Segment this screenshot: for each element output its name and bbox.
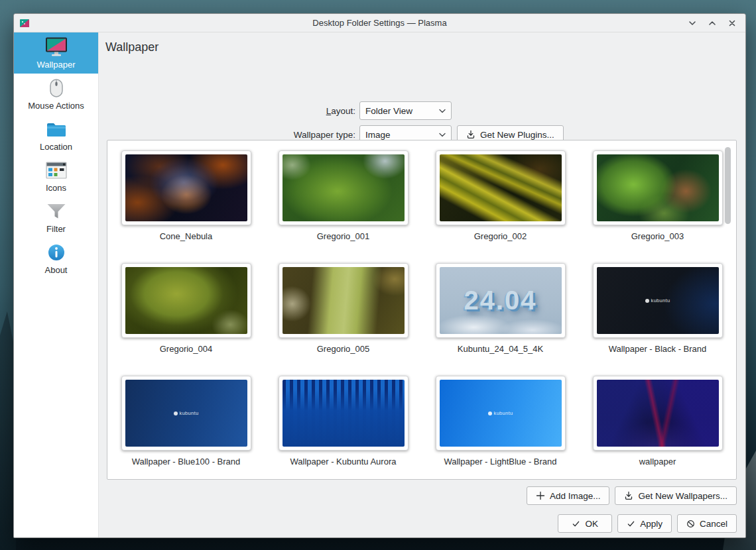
- sidebar-item-wallpaper[interactable]: Wallpaper: [14, 32, 98, 74]
- wallpaper-type-label: Wallpaper type:: [99, 130, 355, 140]
- wallpaper-label: Wallpaper - Blue100 - Brand: [132, 457, 241, 467]
- close-icon: [728, 19, 736, 27]
- minimize-button[interactable]: [688, 19, 696, 27]
- wallpaper-item[interactable]: Gregorio_002: [422, 150, 579, 263]
- wallpaper-item[interactable]: 24.04 Kubuntu_24_04_5_4K: [422, 263, 579, 376]
- filter-funnel-icon: [46, 201, 66, 222]
- window-title: Desktop Folder Settings — Plasma: [14, 18, 745, 28]
- wallpaper-label: Gregorio_004: [160, 344, 213, 354]
- wallpaper-thumbnail: [279, 376, 409, 451]
- wallpaper-thumbnail: [279, 150, 409, 225]
- wallpaper-grid: Cone_Nebula Gregorio_001 Gregorio_002 Gr…: [107, 140, 737, 480]
- sidebar-item-label: About: [45, 265, 68, 275]
- layout-label: Layout:: [99, 106, 355, 116]
- chevron-down-icon: [439, 109, 446, 113]
- wallpaper-item[interactable]: wallpaper: [579, 376, 736, 480]
- wallpaper-item[interactable]: kubuntu Wallpaper - Black - Brand: [579, 263, 736, 376]
- wallpaper-icon: [45, 36, 68, 58]
- sidebar-item-label: Wallpaper: [36, 60, 75, 70]
- kubuntu-logo: kubuntu: [440, 380, 562, 447]
- desktop-folder-settings-window: Desktop Folder Settings — Plasma: [13, 13, 746, 538]
- cancel-icon: [686, 520, 695, 528]
- wallpaper-thumbnail: [121, 150, 251, 225]
- wallpaper-thumbnail: [279, 263, 409, 338]
- wallpaper-item[interactable]: Gregorio_004: [107, 263, 265, 376]
- wallpaper-thumbnail: [593, 150, 723, 225]
- wallpaper-item[interactable]: Wallpaper - Kubuntu Aurora: [265, 376, 422, 480]
- settings-sidebar: Wallpaper Mouse Actions: [14, 32, 99, 537]
- page-title: Wallpaper: [105, 40, 158, 54]
- wallpaper-item[interactable]: Cone_Nebula: [107, 150, 265, 263]
- wallpaper-thumbnail: [593, 376, 723, 451]
- sidebar-item-label: Filter: [46, 224, 66, 234]
- sidebar-item-location[interactable]: Location: [14, 115, 98, 156]
- wallpaper-label: wallpaper: [639, 457, 676, 467]
- check-icon: [627, 520, 635, 528]
- add-image-button[interactable]: Add Image...: [527, 486, 610, 505]
- wallpaper-label: Gregorio_002: [474, 231, 527, 241]
- wallpaper-thumbnail: [121, 263, 251, 338]
- get-new-wallpapers-button[interactable]: Get New Wallpapers...: [615, 486, 737, 505]
- plus-icon: [536, 491, 545, 500]
- grid-scrollbar[interactable]: [725, 147, 731, 224]
- wallpaper-thumbnail: kubuntu: [593, 263, 723, 338]
- sidebar-item-icons[interactable]: Icons: [14, 156, 98, 197]
- wallpaper-item[interactable]: kubuntu Wallpaper - Blue100 - Brand: [107, 376, 265, 480]
- sidebar-item-about[interactable]: About: [14, 238, 98, 279]
- wallpaper-thumbnail: 24.04: [436, 263, 566, 338]
- combo-value: Folder View: [365, 106, 412, 116]
- wallpaper-label: Kubuntu_24_04_5_4K: [458, 344, 543, 354]
- download-icon: [466, 130, 475, 139]
- sidebar-item-filter[interactable]: Filter: [14, 197, 98, 238]
- wallpaper-label: Gregorio_005: [317, 344, 370, 354]
- combo-value: Image: [365, 130, 391, 140]
- wallpaper-label: Wallpaper - Black - Brand: [609, 344, 707, 354]
- kubuntu-logo: kubuntu: [597, 267, 719, 334]
- minimize-icon: [688, 19, 696, 27]
- apply-button[interactable]: Apply: [617, 514, 672, 533]
- wallpaper-label: Gregorio_003: [631, 231, 684, 241]
- sidebar-item-mouse-actions[interactable]: Mouse Actions: [14, 74, 98, 115]
- layout-select[interactable]: Folder View: [359, 101, 452, 120]
- wallpaper-thumbnail: kubuntu: [436, 376, 566, 451]
- info-icon: [47, 242, 66, 263]
- wallpaper-thumbnail: [436, 150, 566, 225]
- wallpaper-settings-main: Wallpaper Layout: Folder View Wallpaper …: [99, 32, 745, 537]
- sidebar-item-label: Icons: [46, 183, 66, 193]
- icons-icon: [46, 160, 67, 181]
- download-icon: [624, 491, 633, 500]
- sidebar-item-label: Mouse Actions: [28, 101, 84, 111]
- wallpaper-label: Cone_Nebula: [160, 231, 213, 241]
- wallpaper-item[interactable]: Gregorio_005: [265, 263, 422, 376]
- chevron-down-icon: [439, 133, 446, 137]
- ok-button[interactable]: OK: [558, 514, 612, 533]
- version-overlay: 24.04: [440, 267, 562, 334]
- maximize-icon: [708, 19, 716, 27]
- folder-icon: [46, 119, 67, 140]
- mouse-icon: [49, 78, 64, 99]
- kubuntu-logo: kubuntu: [125, 380, 247, 447]
- wallpaper-item[interactable]: Gregorio_003: [579, 150, 736, 263]
- wallpaper-label: Gregorio_001: [317, 231, 370, 241]
- sidebar-item-label: Location: [40, 142, 72, 152]
- maximize-button[interactable]: [708, 19, 716, 27]
- check-icon: [572, 520, 580, 528]
- wallpaper-label: Wallpaper - Kubuntu Aurora: [290, 457, 397, 467]
- close-button[interactable]: [727, 19, 736, 27]
- cancel-button[interactable]: Cancel: [677, 514, 737, 533]
- titlebar[interactable]: Desktop Folder Settings — Plasma: [14, 14, 745, 32]
- wallpaper-item[interactable]: kubuntu Wallpaper - LightBlue - Brand: [422, 376, 579, 480]
- wallpaper-label: Wallpaper - LightBlue - Brand: [444, 457, 556, 467]
- wallpaper-item[interactable]: Gregorio_001: [265, 150, 422, 263]
- wallpaper-thumbnail: kubuntu: [121, 376, 251, 451]
